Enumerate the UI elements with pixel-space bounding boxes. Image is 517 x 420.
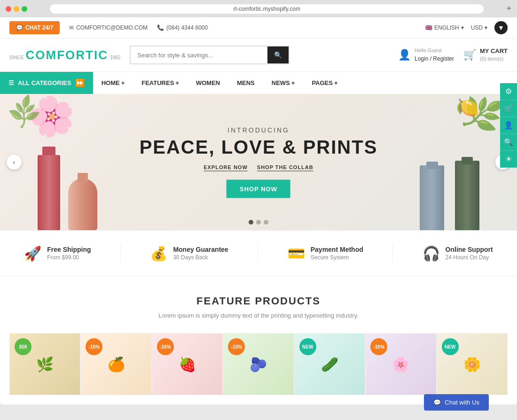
language-label: ENGLISH (434, 24, 459, 31)
feature-guarantee: 💰 Money Guarantee 30 Days Back (150, 245, 228, 262)
feature-support-text: Online Support 24 Hours On Day (446, 246, 493, 261)
logo-top: SINCE COMFORTIC 1982 (9, 48, 120, 62)
slider-dots (249, 220, 268, 225)
feature-support-title: Online Support (446, 246, 493, 253)
cart-icon: 🛒 (463, 49, 476, 61)
hero-background: 🌸 🌿 🌿 🍋 (0, 94, 517, 230)
language-selector[interactable]: 🇬🇧 ENGLISH ▾ (425, 24, 464, 31)
logo-since: SINCE (9, 55, 24, 60)
nav-women[interactable]: WOMEN (188, 73, 228, 93)
feature-payment-text: Payment Method Secure System (311, 246, 363, 261)
guarantee-icon: 💰 (150, 245, 167, 262)
chat-label: CHAT 24/7 (25, 24, 53, 31)
product-card-5[interactable]: NEW 🥒 (294, 333, 365, 395)
product-badge-1: $59 (15, 338, 31, 355)
profile-icon: ▼ (498, 24, 504, 31)
bottle-gray-tall (420, 165, 444, 230)
product-card-1[interactable]: $59 🌿 (9, 333, 80, 395)
nav-news-plus: + (291, 79, 295, 86)
feature-shipping-text: Free Shipping From $99.00 (47, 246, 91, 261)
chat-widget-label: Chat with Us (445, 399, 479, 404)
login-link[interactable]: Login / Register (415, 55, 454, 62)
product-card-7[interactable]: NEW 🌼 (437, 333, 508, 395)
account-section[interactable]: 👤 Hello Guest Login / Register (398, 47, 454, 63)
product-badge-3: -16% (157, 338, 174, 355)
product-card-2[interactable]: -16% 🍊 (80, 333, 151, 395)
slider-dot-3[interactable] (264, 220, 268, 225)
email-section: ✉ COMFORTIC@DEMO.COM (69, 24, 148, 31)
bottle-pink-cap (78, 173, 88, 182)
support-icon: 🎧 (423, 245, 440, 262)
nav-mens[interactable]: MENS (228, 73, 263, 93)
account-icon: 👤 (398, 49, 411, 61)
new-tab-button[interactable]: + (506, 4, 511, 14)
fruit-decoration: 🍋 (456, 96, 479, 118)
search-bar[interactable]: 🔍 (130, 46, 290, 64)
sidebar-theme-icon[interactable]: ☀ (500, 151, 517, 168)
nav-links: HOME + FEATURES + WOMEN MENS NEWS + PAGE… (93, 73, 346, 93)
nav-features[interactable]: FEATURES + (133, 73, 188, 93)
product-card-4[interactable]: -15% 🫐 (223, 333, 294, 395)
nav-pages-plus: + (334, 79, 338, 86)
phone-icon: 📞 (157, 24, 164, 31)
header-right: 👤 Hello Guest Login / Register 🛒 MY CART… (398, 47, 508, 63)
featured-subtitle: Lorem ipsum is simply dummy text of the … (9, 312, 508, 319)
profile-button[interactable]: ▼ (494, 21, 508, 34)
cart-section[interactable]: 🛒 MY CART (0) item(s) (463, 47, 508, 63)
all-categories-button[interactable]: ☰ ALL CATEGORIES ⏩ (0, 72, 93, 94)
maximize-dot[interactable] (22, 6, 27, 12)
flag-icon: 🇬🇧 (425, 24, 432, 31)
search-input[interactable] (131, 47, 267, 63)
sidebar-settings-icon[interactable]: ⚙ (500, 83, 517, 100)
minimize-dot[interactable] (14, 6, 19, 12)
header: SINCE COMFORTIC 1982 🔍 👤 Hello Guest Log… (0, 39, 517, 71)
hero-introducing: INTRODUCING (140, 126, 378, 134)
browser-chrome: rt-comfortic.myshopify.com + (0, 0, 517, 17)
feature-guarantee-title: Money Guarantee (173, 246, 228, 253)
product-badge-6: -16% (370, 338, 387, 355)
feature-shipping: 🚀 Free Shipping From $99.00 (24, 245, 91, 262)
payment-icon: 💳 (288, 245, 305, 262)
bottle-gray-cap (426, 162, 438, 169)
currency-selector[interactable]: USD ▾ (471, 24, 487, 31)
feature-guarantee-subtitle: 30 Days Back (173, 254, 228, 261)
logo[interactable]: SINCE COMFORTIC 1982 (9, 48, 120, 62)
all-categories-label: ALL CATEGORIES (18, 79, 71, 86)
close-dot[interactable] (6, 6, 11, 12)
hero-title: PEACE, LOVE & PRINTS (140, 137, 378, 158)
product-card-3[interactable]: -16% 🍓 (152, 333, 223, 395)
left-bottles: 🌸 🌿 (0, 94, 160, 230)
featured-title: FEATURE PRODUCTS (9, 295, 508, 307)
arrow-right-icon: ⏩ (75, 78, 85, 87)
feature-divider-1 (120, 244, 121, 263)
nav-news[interactable]: NEWS + (263, 73, 304, 93)
sidebar-cart-icon[interactable]: 🛒 (500, 100, 517, 117)
nav-features-plus: + (175, 79, 179, 86)
bottle-green-cap (462, 157, 473, 164)
currency-label: USD (471, 24, 483, 31)
product-card-6[interactable]: -16% 🌸 (365, 333, 436, 395)
hero-shop-button[interactable]: SHOP NOW (227, 180, 290, 198)
nav-home[interactable]: HOME + (93, 73, 133, 93)
slider-prev-button[interactable]: ‹ (7, 155, 22, 170)
right-bottles: 🌿 🍋 (357, 94, 517, 230)
products-row: $59 🌿 -16% 🍊 -16% 🍓 -15% 🫐 (9, 333, 508, 395)
sidebar-search-icon[interactable]: 🔍 (500, 134, 517, 151)
currency-chevron-icon: ▾ (485, 24, 487, 31)
slider-dot-1[interactable] (249, 220, 253, 225)
hero-explore-link[interactable]: EXPLORE NOW (204, 164, 248, 171)
address-bar[interactable]: rt-comfortic.myshopify.com (50, 4, 484, 14)
sidebar-icons: ⚙ 🛒 👤 🔍 ☀ (500, 83, 517, 168)
slider-dot-2[interactable] (256, 220, 261, 225)
hero-collab-link[interactable]: SHOP THE COLLAB (257, 164, 313, 171)
feature-shipping-subtitle: From $99.00 (47, 254, 91, 261)
features-bar: 🚀 Free Shipping From $99.00 💰 Money Guar… (0, 230, 517, 276)
search-icon: 🔍 (274, 51, 282, 59)
bottle-cap (42, 147, 55, 155)
nav-pages[interactable]: PAGES + (303, 73, 346, 93)
chat-widget[interactable]: 💬 Chat with Us (424, 394, 489, 404)
chat-button[interactable]: 💬 CHAT 24/7 (9, 21, 60, 34)
search-button[interactable]: 🔍 (267, 47, 289, 63)
hero-slider: 🌸 🌿 🌿 🍋 (0, 94, 517, 230)
sidebar-user-icon[interactable]: 👤 (500, 117, 517, 134)
